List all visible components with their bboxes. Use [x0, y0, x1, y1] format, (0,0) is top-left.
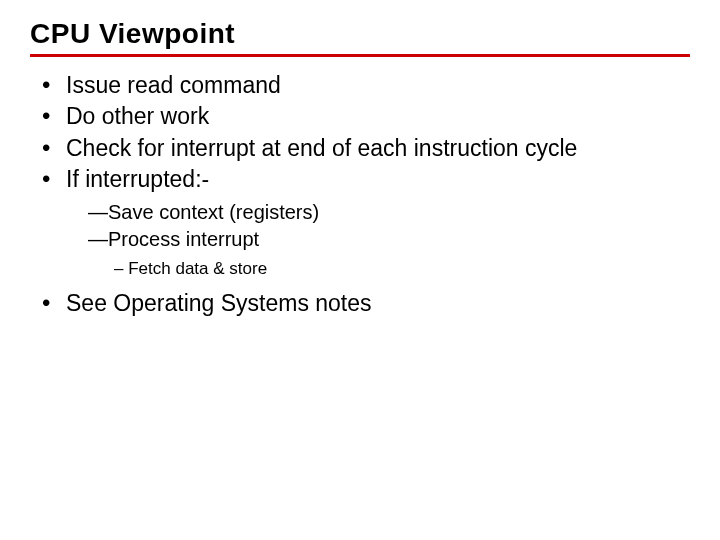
bullet-item: —Save context (registers) [88, 199, 690, 226]
bullet-item: —Process interrupt – Fetch data & store [88, 226, 690, 281]
bullet-item: Issue read command [38, 71, 690, 100]
slide-title: CPU Viewpoint [30, 18, 690, 50]
bullet-item: If interrupted:- —Save context (register… [38, 165, 690, 280]
bullet-text: See Operating Systems notes [66, 290, 372, 316]
bullet-text: Save context (registers) [108, 201, 319, 223]
bullet-text: If interrupted:- [66, 166, 209, 192]
en-dash-icon: – [114, 259, 128, 278]
bullet-list-level-2: —Save context (registers) —Process inter… [66, 199, 690, 281]
bullet-text: Process interrupt [108, 228, 259, 250]
bullet-list-level-1: Issue read command Do other work Check f… [30, 71, 690, 318]
bullet-list-level-3: – Fetch data & store [88, 257, 690, 281]
bullet-item: See Operating Systems notes [38, 289, 690, 318]
em-dash-icon: — [88, 228, 108, 250]
bullet-item: Do other work [38, 102, 690, 131]
bullet-item: – Fetch data & store [114, 257, 690, 281]
bullet-item: Check for interrupt at end of each instr… [38, 134, 690, 163]
title-underline [30, 54, 690, 57]
em-dash-icon: — [88, 201, 108, 223]
bullet-text: Check for interrupt at end of each instr… [66, 135, 577, 161]
bullet-text: Do other work [66, 103, 209, 129]
bullet-text: Fetch data & store [128, 259, 267, 278]
slide: CPU Viewpoint Issue read command Do othe… [0, 0, 720, 318]
bullet-text: Issue read command [66, 72, 281, 98]
